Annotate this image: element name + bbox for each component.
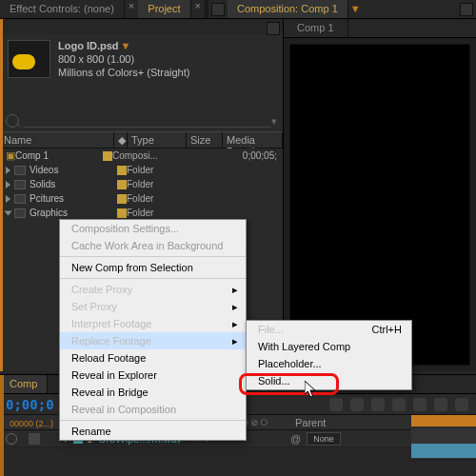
panel-menu-icon[interactable] [267,22,280,35]
context-menu: Composition Settings... Cache Work Area … [59,219,247,441]
menu-replace-footage[interactable]: Replace Footage▸ [60,332,246,349]
item-type: Folder [127,179,153,189]
submenu-placeholder[interactable]: Placeholder... [247,355,411,372]
skin-icon[interactable] [455,398,468,411]
comp-icon: ▣ [6,149,15,162]
asset-name: Logo ID.psd [58,40,119,51]
item-name: Solids [30,179,113,189]
folder-icon [14,208,26,218]
tab-composition[interactable]: Composition: Comp 1 [228,0,348,18]
item-name: Graphics [30,208,113,218]
menu-create-proxy[interactable]: Create Proxy▸ [60,281,246,298]
disclosure-icon[interactable] [6,167,10,174]
folder-icon [14,166,26,175]
submenu-with-layered-comp[interactable]: With Layered Comp [247,338,411,355]
chevron-right-icon: ▸ [232,301,238,313]
menu-cache-work-area: Cache Work Area in Background [60,237,246,254]
list-item[interactable]: ▣Comp 1Composi...0;00;05; [0,149,283,163]
col-name[interactable]: Name [0,132,114,148]
label-swatch[interactable] [103,151,112,161]
dropdown-icon[interactable]: ▼ [348,0,363,18]
visibility-icon[interactable] [6,433,17,445]
3d-icon[interactable] [350,398,364,411]
list-item[interactable]: SolidsFolder [0,177,283,191]
current-timecode[interactable]: 0;00;0 [6,397,54,412]
tab-project[interactable]: Project [138,0,190,18]
folder-icon [14,194,26,204]
col-media[interactable]: Media Duration [223,132,283,148]
label-swatch[interactable] [117,208,127,218]
chevron-right-icon: ▸ [232,318,238,330]
disclosure-icon[interactable] [6,195,10,203]
render-icon[interactable] [329,398,343,411]
menu-reveal-in-composition: Reveal in Composition [60,401,246,418]
menu-composition-settings: Composition Settings... [60,220,246,237]
item-name: Pcitures [30,193,113,204]
chevron-right-icon: ▸ [232,335,238,347]
blur-icon[interactable] [392,398,406,411]
list-item[interactable]: PcituresFolder [0,191,283,206]
asset-colors: Millions of Colors+ (Straight) [58,67,189,78]
folder-icon [14,180,26,189]
replace-footage-submenu: File...Ctrl+H With Layered Comp Placehol… [246,320,412,390]
timeline-toolbar [329,398,468,411]
menu-reveal-in-bridge[interactable]: Reveal in Bridge [60,384,246,401]
asset-dimensions: 800 x 800 (1.00) [58,53,189,65]
item-type: Composi... [112,150,158,161]
search-icon[interactable] [6,114,19,128]
pickwhip-icon[interactable]: @ [290,433,301,445]
search-input[interactable] [23,114,271,128]
panel-menu-icon[interactable] [460,3,473,16]
col-label[interactable]: ◆ [114,132,128,148]
disclosure-icon[interactable] [6,181,10,188]
list-item[interactable]: VideosFolder [0,163,283,177]
search-row: ▾ [0,110,283,131]
submenu-file[interactable]: File...Ctrl+H [247,321,411,338]
item-type: Folder [127,165,153,175]
tab-timeline-comp[interactable]: Comp [0,375,48,393]
flowchart-icon[interactable] [211,3,225,16]
menu-new-comp-from-selection[interactable]: New Comp from Selection [60,259,246,276]
comp-flyout[interactable]: Comp 1 [284,19,348,37]
project-columns: Name ◆ Type Size Media Duration [0,131,283,149]
asset-dropdown-icon[interactable]: ▼ [121,40,131,51]
graph-icon[interactable] [413,398,426,411]
menu-set-proxy[interactable]: Set Proxy▸ [60,298,246,315]
composition-panel: Comp 1 [284,19,476,371]
item-type: Folder [127,208,153,218]
col-size[interactable]: Size [187,132,223,148]
col-parent[interactable]: Parent [291,417,329,428]
menu-interpret-footage[interactable]: Interpret Footage▸ [60,315,246,332]
disclosure-icon[interactable] [5,210,12,215]
item-name: Videos [30,165,113,175]
tab-effect-controls[interactable]: Effect Controls: (none) [0,0,125,18]
menu-reload-footage[interactable]: Reload Footage [60,349,246,367]
label-swatch[interactable] [117,194,127,204]
timecode-frames: 00000 (2...) [10,419,53,428]
col-type[interactable]: Type [128,132,187,148]
asset-thumbnail [8,40,50,78]
snap-icon[interactable] [434,398,447,411]
selected-asset-info: Logo ID.psd▼ 800 x 800 (1.00) Millions o… [0,34,283,84]
label-swatch[interactable] [117,180,127,189]
label-swatch[interactable] [117,166,127,175]
close-icon[interactable]: × [191,0,205,18]
timeline-tracks[interactable] [411,428,476,461]
work-area-bar[interactable] [411,415,476,426]
item-type: Folder [127,193,153,204]
item-duration: 0;00;05; [243,150,277,161]
chevron-down-icon[interactable]: ▾ [271,115,277,128]
project-tree: ▣Comp 1Composi...0;00;05; VideosFolder S… [0,149,283,220]
close-icon[interactable]: × [125,0,138,18]
list-item[interactable]: GraphicsFolder [0,206,283,220]
item-name: Comp 1 [15,150,99,161]
menu-rename[interactable]: Rename [60,423,246,440]
parent-dropdown[interactable]: None [307,432,341,446]
shortcut-text: Ctrl+H [372,324,402,335]
menu-reveal-in-explorer[interactable]: Reveal in Explorer [60,367,246,384]
draft-icon[interactable] [371,398,385,411]
submenu-solid[interactable]: Solid... [247,372,411,389]
composition-viewer[interactable] [289,44,470,366]
chevron-right-icon: ▸ [232,284,238,296]
speaker-icon[interactable] [29,433,40,445]
